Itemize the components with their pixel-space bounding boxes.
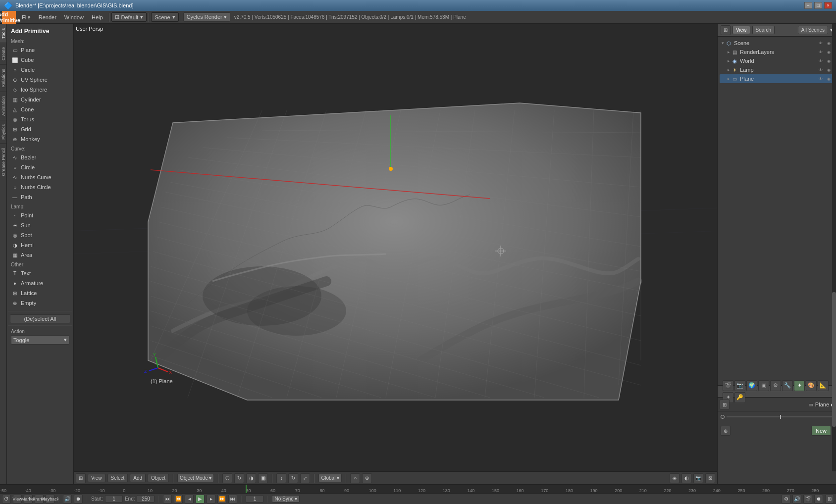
scene-selector[interactable]: Scene ▾ <box>151 12 178 22</box>
renderlayers-eye-btn[interactable]: 👁 <box>817 49 824 55</box>
scene-render-btn[interactable]: ◉ <box>825 40 832 47</box>
tree-item-scene[interactable]: ▾ ⬡ Scene 👁 ◉ <box>720 39 834 48</box>
view-orbit-icon[interactable]: ↻ <box>234 473 244 483</box>
add-uv-sphere[interactable]: ⊙ UV Sphere <box>8 75 72 85</box>
tab-animation[interactable]: Animation <box>0 92 6 120</box>
props-tab-world[interactable]: 🌍 <box>746 380 757 391</box>
prev-frame-btn[interactable]: ◂ <box>185 495 194 504</box>
renderlayers-render-btn[interactable]: ◉ <box>825 49 832 55</box>
sync-mode-selector[interactable]: No Sync ▾ <box>272 495 300 503</box>
transform-space[interactable]: Global ▾ <box>318 474 342 482</box>
timeline-playhead[interactable] <box>246 485 247 493</box>
tab-grease-pencil[interactable]: Grease Pencil <box>0 144 6 180</box>
tree-item-lamp[interactable]: ▸ ☀ Lamp 👁 ◉ <box>720 65 834 74</box>
lamp-eye-btn[interactable]: 👁 <box>817 66 824 73</box>
proportional-icon[interactable]: ○ <box>350 473 360 483</box>
menu-help[interactable]: Help <box>88 13 107 22</box>
add-cone[interactable]: △ Cone <box>8 104 72 114</box>
add-hemi[interactable]: ◑ Hemi <box>8 240 72 250</box>
add-cube[interactable]: ⬜ Cube <box>8 55 72 65</box>
next-frame-btn[interactable]: ▸ <box>207 495 215 504</box>
add-point[interactable]: · Point <box>8 210 72 220</box>
tree-item-plane[interactable]: ▸ ▭ Plane 👁 ◉ <box>720 74 834 83</box>
current-frame-input[interactable] <box>246 495 263 503</box>
add-ico-sphere[interactable]: ◇ Ico Sphere <box>8 85 72 95</box>
add-bezier[interactable]: ∿ Bezier <box>8 152 72 162</box>
next-keyframe-btn[interactable]: ⏩ <box>217 495 226 504</box>
add-cylinder[interactable]: ▥ Cylinder <box>8 95 72 104</box>
outliner-scenes-btn[interactable]: All Scenes <box>798 26 828 34</box>
view-persp-icon[interactable]: ⬡ <box>222 473 232 483</box>
record-icon[interactable]: ⏺ <box>74 495 83 504</box>
tree-item-world[interactable]: ▸ ◉ World 👁 ◉ <box>720 56 834 65</box>
outliner-icon[interactable]: ⊞ <box>721 25 731 35</box>
start-frame-input[interactable] <box>105 495 123 503</box>
shading-icon[interactable]: ◐ <box>681 473 691 483</box>
tab-relations[interactable]: Relations <box>0 64 6 92</box>
menu-render[interactable]: Render <box>35 13 60 22</box>
props-tab-modifiers[interactable]: 🔧 <box>782 380 793 391</box>
viewport-shade-icon[interactable]: ◑ <box>246 473 256 483</box>
tab-create[interactable]: Create <box>0 43 6 64</box>
add-text[interactable]: T Text <box>8 268 72 278</box>
view-menu[interactable]: View <box>88 474 105 482</box>
props-icon-1[interactable]: ⊞ <box>720 400 730 409</box>
prev-keyframe-btn[interactable]: ⏪ <box>174 495 183 504</box>
select-menu[interactable]: Select <box>107 474 128 482</box>
tl-record2-icon[interactable]: ⏺ <box>814 495 823 504</box>
add-armature[interactable]: ♦ Armature <box>8 278 72 288</box>
add-path[interactable]: — Path <box>8 192 72 202</box>
add-grid[interactable]: ⊞ Grid <box>8 124 72 134</box>
add-plane[interactable]: ▭ Plane <box>8 45 72 55</box>
translate-icon[interactable]: ↕ <box>276 473 286 483</box>
tab-tools[interactable]: Tools <box>0 24 6 43</box>
snap-icon[interactable]: ⊕ <box>362 473 372 483</box>
play-btn[interactable]: ▶ <box>196 495 205 504</box>
props-tab-scene[interactable]: 📷 <box>734 380 745 391</box>
add-spot[interactable]: ◎ Spot <box>8 230 72 240</box>
playback-menu[interactable]: Playback <box>46 495 54 504</box>
menu-window[interactable]: Window <box>60 13 88 22</box>
props-tab-texture[interactable]: 📐 <box>818 380 829 391</box>
camera-icon[interactable]: 📷 <box>693 473 703 483</box>
outliner-tree[interactable]: ▾ ⬡ Scene 👁 ◉ ▸ ▤ RenderLayers 👁 ◉ <box>718 37 836 385</box>
minimize-button[interactable]: − <box>804 2 812 9</box>
timeline-icon[interactable]: ⏱ <box>2 495 11 504</box>
add-empty[interactable]: ⊕ Empty <box>8 298 72 308</box>
viewport-overlay-icon[interactable]: ⊠ <box>705 473 715 483</box>
new-material-button[interactable]: New <box>811 426 831 436</box>
outliner-search-btn[interactable]: Search <box>752 26 775 34</box>
jump-start-btn[interactable]: ⏮ <box>163 495 172 504</box>
render-icon[interactable]: ◈ <box>670 473 679 483</box>
3d-viewport[interactable]: User Persp <box>74 24 717 484</box>
add-curve-circle[interactable]: ○ Circle <box>8 162 72 172</box>
tab-physics[interactable]: Physics <box>0 120 6 144</box>
props-tab-physics[interactable]: 🔑 <box>734 392 745 403</box>
audio-icon[interactable]: 🔊 <box>63 495 72 504</box>
marker-menu[interactable]: Marker <box>24 495 33 504</box>
add-nurbs-circle[interactable]: ○ Nurbs Circle <box>8 182 72 192</box>
tl-audio2-icon[interactable]: 🔊 <box>792 495 801 504</box>
add-menu[interactable]: Add <box>130 474 146 482</box>
add-area[interactable]: ▦ Area <box>8 250 72 260</box>
plane-render-btn[interactable]: ◉ <box>825 75 832 82</box>
close-button[interactable]: × <box>824 2 832 9</box>
scale-icon[interactable]: ⤢ <box>300 473 310 483</box>
plane-eye-btn[interactable]: 👁 <box>817 75 824 82</box>
maximize-button[interactable]: □ <box>814 2 822 9</box>
add-monkey[interactable]: ⊛ Monkey <box>8 134 72 144</box>
lamp-render-btn[interactable]: ◉ <box>825 66 832 73</box>
props-tab-render[interactable]: 🎬 <box>723 380 733 391</box>
object-menu[interactable]: Object <box>148 474 169 482</box>
view-menu-tl[interactable]: View <box>13 495 22 504</box>
world-eye-btn[interactable]: 👁 <box>817 57 824 64</box>
deselect-all[interactable]: (De)select All <box>10 314 70 323</box>
jump-end-btn[interactable]: ⏭ <box>228 495 237 504</box>
action-dropdown[interactable]: Toggle ▾ <box>11 335 69 345</box>
props-tab-data[interactable]: ✦ <box>794 380 805 391</box>
layout-selector[interactable]: ⊞ Default ▾ <box>111 12 147 22</box>
add-sun[interactable]: ☀ Sun <box>8 220 72 230</box>
tl-extra-icon[interactable]: ⊞ <box>825 495 834 504</box>
add-circle[interactable]: ○ Circle <box>8 65 72 75</box>
outliner-view-btn[interactable]: View <box>732 26 750 34</box>
